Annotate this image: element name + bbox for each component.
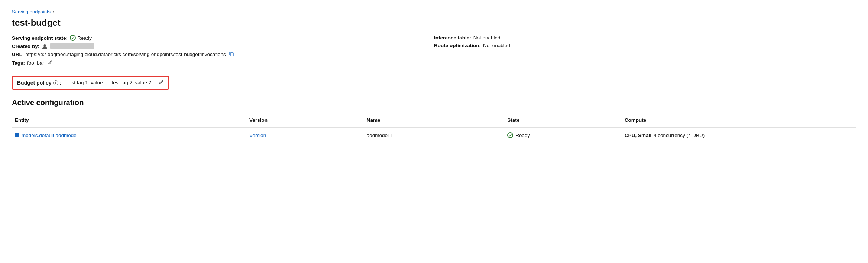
budget-policy-label: Budget policy i : [17,80,61,86]
entity-icon [15,133,19,137]
budget-tag-2: test tag 2: value 2 [109,80,155,85]
cell-compute: CPU, Small 4 concurrency (4 DBU) [622,131,856,140]
cell-name: addmodel-1 [364,131,505,140]
tags-value: foo: bar [27,60,44,66]
route-optimization-label: Route optimization: [434,43,481,48]
budget-policy-colon: : [60,80,62,86]
metadata-grid: Serving endpoint state: Ready Created by… [12,34,856,67]
cell-state: Ready [504,131,622,140]
cell-version: Version 1 [246,131,364,140]
cell-entity: models.default.addmodel [12,131,246,140]
budget-policy-text: Budget policy [17,80,52,86]
route-optimization-value: Not enabled [483,43,510,48]
active-config-table: Entity Version Name State Compute models… [12,113,856,143]
url-label: URL: [12,52,24,57]
route-optimization-row: Route optimization: Not enabled [434,42,856,49]
inference-table-label: Inference table: [434,35,471,40]
created-by-label: Created by: [12,43,39,49]
copy-url-icon[interactable] [229,51,234,58]
active-configuration-title: Active configuration [12,98,856,107]
person-icon [42,43,48,49]
state-label: Serving endpoint state: [12,35,68,41]
state-row: Serving endpoint state: Ready [12,34,434,42]
header-compute: Compute [622,116,856,124]
compute-bold-text: CPU, Small [625,133,651,138]
page-title: test-budget [12,17,856,28]
svg-point-0 [43,44,46,46]
header-state: State [504,116,622,124]
url-row: URL: https://e2-dogfood.staging.cloud.da… [12,50,434,59]
active-configuration-section: Active configuration Entity Version Name… [12,98,856,143]
budget-policy-info-icon[interactable]: i [53,80,58,85]
row-state-text: Ready [515,133,530,138]
created-by-redacted [50,43,94,49]
ready-status-icon [70,35,76,41]
state-value: Ready [70,35,92,41]
tags-label: Tags: [12,60,25,66]
header-name: Name [364,116,505,124]
edit-budget-policy-icon[interactable] [159,79,164,86]
tags-row: Tags: foo: bar [12,59,434,67]
url-value: https://e2-dogfood.staging.cloud.databri… [25,52,226,57]
breadcrumb: Serving endpoints › [12,9,856,14]
inference-table-row: Inference table: Not enabled [434,34,856,42]
state-text: Ready [77,35,92,41]
right-metadata: Inference table: Not enabled Route optim… [434,34,856,67]
entity-link[interactable]: models.default.addmodel [22,133,78,138]
header-entity: Entity [12,116,246,124]
created-by-row: Created by: [12,42,434,50]
budget-tag-1: test tag 1: value [64,80,106,85]
compute-rest-text: 4 concurrency (4 DBU) [654,133,705,138]
edit-tags-icon[interactable] [48,60,53,66]
budget-policy-box: Budget policy i : test tag 1: value test… [12,76,169,90]
table-header: Entity Version Name State Compute [12,113,856,128]
breadcrumb-separator: › [53,9,54,14]
version-link[interactable]: Version 1 [249,133,270,138]
table-row: models.default.addmodel Version 1 addmod… [12,128,856,143]
row-ready-status-icon [507,132,513,138]
header-version: Version [246,116,364,124]
svg-rect-1 [230,53,233,56]
left-metadata: Serving endpoint state: Ready Created by… [12,34,434,67]
inference-table-value: Not enabled [473,35,501,40]
breadcrumb-parent-link[interactable]: Serving endpoints [12,9,51,14]
